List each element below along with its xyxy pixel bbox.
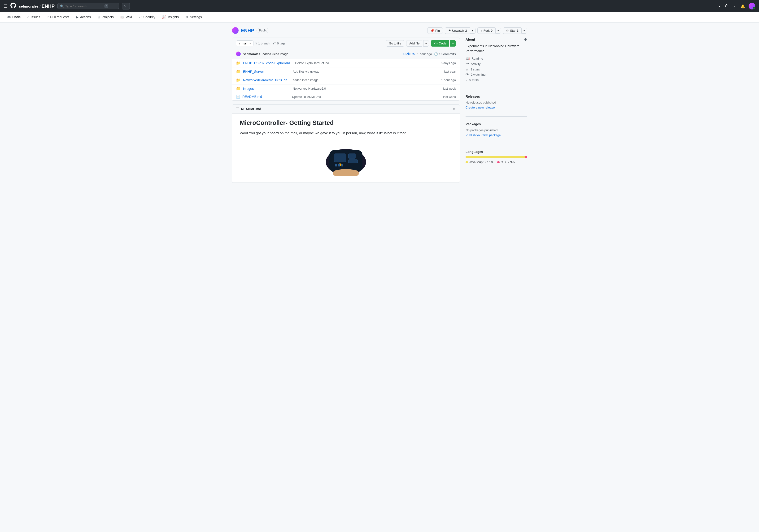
code-btn[interactable]: <> Code xyxy=(431,40,449,47)
tag-count: 0 tags xyxy=(277,42,285,45)
file-row: 📁 ENHP_Server Add files via upload last … xyxy=(232,67,459,76)
svg-rect-4 xyxy=(348,160,358,163)
language-item-cpp[interactable]: C++ 2.9% xyxy=(497,160,515,164)
cpp-dot xyxy=(497,161,499,163)
tab-code[interactable]: <> Code xyxy=(4,12,24,22)
new-item-btn[interactable]: + ▾ xyxy=(715,3,722,9)
commit-sha[interactable]: 882b8c5 xyxy=(403,52,415,56)
create-release-label: Create a new release xyxy=(465,106,495,109)
pullrequest-icon: ⑂ xyxy=(734,4,736,8)
file-message: Delete ExpInHardPef.ino xyxy=(295,61,438,65)
readme-link[interactable]: 📖 Readme xyxy=(465,57,527,60)
code-icon: <> xyxy=(7,15,11,19)
fork-dropdown-btn[interactable]: ▾ xyxy=(495,28,501,34)
gear-icon[interactable]: ⚙ xyxy=(524,38,527,41)
tab-code-label: Code xyxy=(12,15,20,19)
file-name[interactable]: images xyxy=(243,87,290,91)
tab-issues-label: Issues xyxy=(31,15,40,19)
commit-author[interactable]: sebmorales xyxy=(243,52,260,56)
pin-button[interactable]: 📌 Pin xyxy=(427,27,443,34)
tab-wiki[interactable]: 📖 Wiki xyxy=(117,12,135,22)
file-section: ⑂ main ▾ ⑂ 1 branch 🏷 0 tags xyxy=(232,38,460,183)
file-meta: ⑂ 1 branch 🏷 0 tags xyxy=(255,42,285,45)
global-search[interactable]: 🔍 / xyxy=(58,3,119,9)
releases-empty: No releases published xyxy=(465,101,527,104)
watching-link[interactable]: 👁 2 watching xyxy=(465,73,527,76)
commit-count-link[interactable]: 🕐 16 commits xyxy=(434,52,456,56)
add-file-btn[interactable]: Add file xyxy=(406,40,422,47)
tab-pull-requests[interactable]: ⑂ Pull requests xyxy=(44,12,73,22)
branch-selector[interactable]: ⑂ main ▾ xyxy=(236,40,254,46)
file-time: 5 days ago xyxy=(441,61,456,65)
github-logo[interactable] xyxy=(10,3,16,10)
forks-link[interactable]: ⑂ 0 forks xyxy=(465,78,527,82)
pullrequest-icon-btn[interactable]: ⑂ xyxy=(732,3,737,9)
add-file-dropdown-btn[interactable]: ▾ xyxy=(423,40,429,47)
tab-actions[interactable]: ▶ Actions xyxy=(73,12,94,22)
file-row: 📄 README.md Update README.md last week xyxy=(232,93,459,101)
chevron-down-icon: ▾ xyxy=(719,5,720,8)
svg-rect-10 xyxy=(333,170,359,176)
search-icon: 🔍 xyxy=(60,5,64,8)
breadcrumb-user[interactable]: sebmorales xyxy=(19,4,39,8)
star-button[interactable]: ☆ Star 3 xyxy=(503,27,521,34)
js-bar-segment xyxy=(465,156,525,158)
publish-package-link[interactable]: Publish your first package xyxy=(465,133,527,137)
tab-settings[interactable]: ⚙ Settings xyxy=(182,12,205,22)
star-icon: ☆ xyxy=(506,29,509,32)
file-time: last year xyxy=(444,70,456,73)
notifications-btn[interactable]: 🔔 xyxy=(739,3,747,10)
watch-dropdown-btn[interactable]: ▾ xyxy=(470,28,475,34)
create-release-link[interactable]: Create a new release xyxy=(465,106,527,109)
repo-nav: <> Code ○ Issues ⑂ Pull requests ▶ Actio… xyxy=(0,12,759,22)
command-palette-btn[interactable]: >_ xyxy=(122,3,130,10)
fork-button[interactable]: ⑂ Fork 0 xyxy=(477,27,495,34)
file-name[interactable]: README.md xyxy=(242,95,290,99)
go-to-file-btn[interactable]: Go to file xyxy=(386,40,404,47)
chevron-down-icon: ▾ xyxy=(498,29,499,32)
projects-icon: ⊞ xyxy=(98,15,100,19)
file-time: last week xyxy=(443,87,456,90)
unwatch-button[interactable]: 👁 Unwatch 2 xyxy=(445,27,470,34)
tab-security[interactable]: 🛡 Security xyxy=(135,12,159,22)
repo-avatar xyxy=(232,27,239,34)
edit-icon[interactable]: ✏ xyxy=(453,107,456,111)
tag-count-link[interactable]: 🏷 0 tags xyxy=(273,42,285,45)
code-icon: <> xyxy=(434,42,437,45)
sidebar: About ⚙ Experiments in Networked Hardwar… xyxy=(465,38,527,183)
file-name[interactable]: ENHP_ESP32_code/ExpInHard... xyxy=(243,61,293,65)
repo-name[interactable]: ENHP xyxy=(241,28,254,33)
folder-icon: 📁 xyxy=(236,61,241,65)
languages-section: Languages JavaScript 97.1% C++ 2.9% xyxy=(465,150,527,170)
stars-link[interactable]: ☆ 3 stars xyxy=(465,67,527,71)
pullreq-icon: ⑂ xyxy=(47,15,49,19)
commit-message[interactable]: added kicad image xyxy=(262,52,288,56)
tab-projects[interactable]: ⊞ Projects xyxy=(94,12,117,22)
hamburger-menu-icon[interactable]: ☰ xyxy=(4,4,8,9)
wiki-icon: 📖 xyxy=(120,15,124,19)
file-name[interactable]: ENHP_Server xyxy=(243,70,290,73)
branch-count-link[interactable]: ⑂ 1 branch xyxy=(255,42,270,45)
star-dropdown-btn[interactable]: ▾ xyxy=(521,28,527,34)
latest-commit-row: sebmorales added kicad image 882b8c5 1 h… xyxy=(232,49,459,59)
file-name[interactable]: NetworkedHardware_PCB_de... xyxy=(243,78,290,82)
code-btn-label: Code xyxy=(439,42,447,45)
activity-link[interactable]: 〜 Activity xyxy=(465,62,527,66)
code-dropdown-btn[interactable]: ▾ xyxy=(450,40,456,47)
fork-icon: ⑂ xyxy=(480,29,482,32)
avatar[interactable] xyxy=(749,3,755,10)
chevron-down-icon: ▾ xyxy=(452,42,454,45)
tab-insights[interactable]: 📈 Insights xyxy=(159,12,182,22)
js-lang-percent: 97.1% xyxy=(485,160,494,164)
breadcrumb-repo[interactable]: ENHP xyxy=(42,4,55,9)
cpp-lang-percent: 2.9% xyxy=(508,160,515,164)
language-item-js[interactable]: JavaScript 97.1% xyxy=(465,160,494,164)
timer-icon-btn[interactable]: ⏱ xyxy=(724,3,730,9)
eye-icon: 👁 xyxy=(448,29,451,32)
search-input[interactable] xyxy=(65,5,103,8)
fork-label: Fork xyxy=(484,29,490,32)
branch-icon-small: ⑂ xyxy=(255,42,257,45)
tab-issues[interactable]: ○ Issues xyxy=(24,12,44,22)
watching-count-label: 2 watching xyxy=(471,73,485,76)
languages-title: Languages xyxy=(465,150,527,154)
